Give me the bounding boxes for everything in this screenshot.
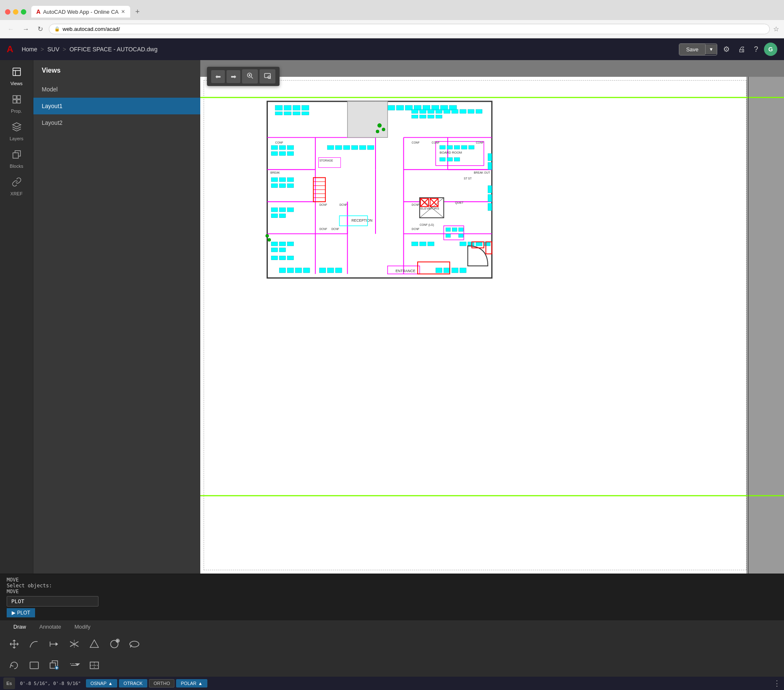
polygon-tool-button[interactable] [87, 637, 102, 653]
print-button[interactable]: 🖨 [736, 43, 748, 56]
ellipse-tool-button[interactable] [127, 637, 142, 653]
breadcrumb-home[interactable]: Home [22, 46, 37, 53]
bottom-section: MOVE Select objects: MOVE ▶ PLOT Draw An… [0, 574, 784, 677]
block-insert-button[interactable] [47, 658, 62, 674]
floor-plan-svg[interactable]: BOARD ROOM CONF CONF CONF CONF DCNF DCNF… [234, 89, 517, 298]
svg-rect-22 [293, 112, 300, 115]
svg-rect-151 [319, 268, 325, 273]
close-button[interactable] [5, 9, 10, 15]
sidebar-item-views[interactable]: Views [2, 63, 32, 89]
new-tab-button[interactable]: + [132, 6, 143, 18]
canvas-white[interactable]: BOARD ROOM CONF CONF CONF CONF DCNF DCNF… [200, 77, 784, 574]
app-toolbar: A Home > SUV > OFFICE SPACE - AUTOCAD.dw… [0, 38, 784, 60]
svg-rect-19 [302, 105, 309, 110]
osnap-label: OSNAP [91, 681, 107, 686]
tab-modify[interactable]: Modify [68, 620, 97, 634]
views-item-layout2[interactable]: Layout2 [33, 114, 200, 131]
rectangle-tool-button[interactable] [27, 658, 42, 674]
views-item-layout1[interactable]: Layout1 [33, 98, 200, 114]
help-button[interactable]: ? [751, 43, 761, 56]
status-coordinates: 0'-8 5/16", 0'-8 9/16" [17, 681, 84, 686]
svg-text:RECEPTION: RECEPTION [351, 218, 372, 222]
command-input-field[interactable] [7, 596, 98, 607]
svg-rect-59 [351, 146, 358, 150]
rotate-tool-button[interactable] [7, 658, 22, 674]
forward-button[interactable]: → [20, 24, 32, 35]
views-item-model[interactable]: Model [33, 81, 200, 98]
tab-close-button[interactable]: ✕ [121, 9, 125, 15]
refresh-button[interactable]: ↻ [35, 23, 45, 35]
command-line3: MOVE [7, 589, 777, 594]
green-line-bottom [200, 495, 784, 496]
svg-point-159 [382, 128, 385, 131]
svg-rect-56 [328, 146, 334, 150]
properties-icon [12, 94, 22, 107]
active-tab[interactable]: A AutoCAD Web App - Online CA ✕ [31, 6, 130, 18]
otrack-button[interactable]: OTRACK [119, 679, 147, 687]
redo-zoom-button[interactable]: ➡ [227, 70, 240, 83]
tab-annotate[interactable]: Annotate [33, 620, 68, 634]
move-tool-button[interactable] [7, 637, 22, 653]
polar-button[interactable]: POLAR ▲ [176, 679, 207, 687]
arc-tool-button[interactable] [27, 637, 42, 653]
viewport-tool-button[interactable] [87, 658, 102, 674]
circle-tool-button[interactable] [107, 637, 122, 653]
ortho-label: ORTHO [154, 681, 170, 686]
undo-zoom-button[interactable]: ⬅ [211, 70, 225, 83]
svg-point-162 [267, 238, 271, 242]
url-bar[interactable]: 🔒 web.autocad.com/acad/ [49, 24, 770, 34]
tools-row-1 [0, 634, 784, 655]
svg-text:BREAK OUT: BREAK OUT [474, 171, 490, 174]
svg-rect-72 [279, 214, 285, 218]
trim-tool-button[interactable] [67, 637, 82, 653]
breadcrumb-file[interactable]: OFFICE SPACE - AUTOCAD.dwg [69, 46, 157, 53]
views-icon [12, 67, 22, 79]
tab-draw[interactable]: Draw [7, 620, 33, 634]
ortho-button[interactable]: ORTHO [149, 679, 175, 687]
expand-icon: ▶ [12, 610, 15, 616]
sidebar-item-properties[interactable]: Prop. [2, 91, 32, 117]
offset-tool-button[interactable] [67, 658, 82, 674]
svg-rect-154 [436, 268, 442, 273]
tab-bar: A AutoCAD Web App - Online CA ✕ + [0, 0, 784, 20]
svg-rect-18 [293, 105, 300, 110]
command-output: MOVE Select objects: MOVE ▶ PLOT [0, 574, 784, 620]
maximize-button[interactable] [21, 9, 26, 15]
minimize-button[interactable] [13, 9, 18, 15]
svg-rect-82 [412, 115, 418, 119]
svg-rect-125 [271, 248, 277, 252]
svg-rect-61 [368, 146, 374, 150]
sidebar-item-xref[interactable]: XREF [2, 174, 32, 200]
sidebar-item-xref-label: XREF [10, 191, 23, 196]
svg-rect-153 [335, 268, 342, 273]
svg-point-188 [117, 640, 118, 642]
sidebar-item-layers[interactable]: Layers [2, 119, 32, 144]
sidebar-item-blocks[interactable]: Blocks [2, 146, 32, 172]
user-avatar[interactable]: G [764, 43, 777, 56]
bookmark-button[interactable]: ☆ [773, 25, 779, 33]
app: A Home > SUV > OFFICE SPACE - AUTOCAD.dw… [0, 38, 784, 690]
zoom-window-button[interactable] [260, 69, 275, 83]
svg-rect-91 [469, 146, 474, 149]
save-dropdown-button[interactable]: ▼ [705, 44, 717, 54]
breadcrumb-suv[interactable]: SUV [47, 46, 59, 53]
save-button[interactable]: Save [679, 44, 705, 55]
line-tool-button[interactable] [47, 637, 62, 653]
zoom-extents-button[interactable] [242, 69, 258, 83]
settings-button[interactable]: ⚙ [721, 42, 732, 56]
svg-rect-128 [279, 256, 285, 260]
svg-rect-7 [13, 153, 18, 158]
green-line-top [200, 97, 784, 98]
sidebar-item-views-label: Views [10, 81, 23, 86]
svg-rect-122 [271, 242, 277, 246]
back-button[interactable]: ← [5, 24, 17, 35]
status-more-button[interactable]: ⋮ [773, 679, 781, 688]
svg-rect-53 [271, 152, 277, 156]
layers-icon [12, 122, 22, 134]
osnap-button[interactable]: OSNAP ▲ [86, 679, 117, 687]
expand-plot-button[interactable]: ▶ PLOT [7, 608, 35, 617]
svg-text:ELEVATORS: ELEVATORS [421, 207, 439, 210]
svg-rect-80 [468, 109, 474, 114]
svg-text:CONF (LG): CONF (LG) [420, 223, 434, 227]
svg-rect-150 [303, 268, 310, 273]
